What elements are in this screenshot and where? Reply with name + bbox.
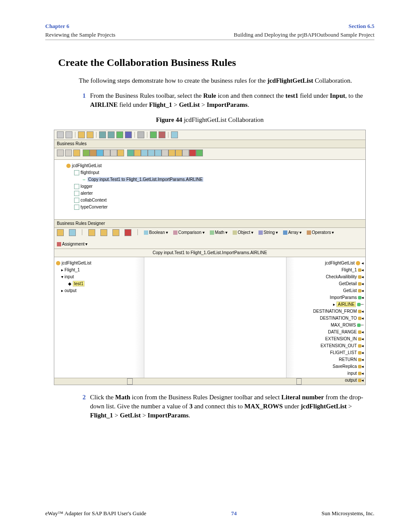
d-t2[interactable] [69, 229, 76, 236]
step-1: 1 From the Business Rules toolbar, selec… [76, 91, 369, 109]
d-t3[interactable] [88, 229, 95, 236]
r-t3[interactable] [73, 149, 80, 156]
rules-tree[interactable]: jcdFlightGetList flightInput ↔ Copy inpu… [54, 160, 365, 220]
assignment-menu[interactable]: Assignment ▾ [57, 241, 87, 247]
doc-icon [74, 191, 79, 196]
tool-icon[interactable] [99, 131, 106, 138]
step-number: 2 [76, 393, 86, 420]
source-tree[interactable]: jcdFlightGetList ▸ Flight_1 ▾ input ◆ te… [54, 257, 144, 378]
page-footer: eWay™ Adapter for SAP BAPI User's Guide … [45, 510, 374, 517]
mapping-title: Copy input.Test1 to Flight_1.GetList.Imp… [54, 249, 365, 257]
page-title: Create the Collaboration Business Rules [58, 56, 374, 70]
scroll-left-button[interactable] [127, 378, 133, 385]
stop-icon[interactable] [159, 131, 165, 138]
main-toolbar [54, 130, 365, 140]
r-t13[interactable] [148, 149, 155, 156]
r-t11[interactable] [134, 149, 141, 156]
r-t20[interactable] [196, 149, 203, 156]
back-icon[interactable] [57, 131, 64, 138]
scroll-right-button[interactable] [296, 378, 302, 385]
r-t10[interactable] [127, 149, 134, 156]
open-icon[interactable] [78, 131, 85, 138]
r-t15[interactable] [162, 149, 168, 156]
gear-icon [56, 261, 60, 265]
page-number: 74 [231, 510, 237, 517]
doc-icon[interactable] [87, 131, 93, 138]
intro-paragraph: The following steps demonstrate how to c… [79, 76, 363, 85]
r-t14[interactable] [155, 149, 162, 156]
target-tree[interactable]: jcdFlightGetList ◂ Flight_1 ◂ CheckAvail… [286, 257, 365, 378]
mapper-panel: jcdFlightGetList ▸ Flight_1 ▾ input ◆ te… [54, 257, 365, 378]
r-t1[interactable] [57, 149, 64, 156]
array-menu[interactable]: Array ▾ [283, 229, 302, 236]
d-t6[interactable] [125, 229, 131, 236]
header-rule [45, 40, 374, 40]
gear-icon [356, 261, 360, 265]
math-menu[interactable]: Math ▾ [210, 229, 227, 236]
chapter-link[interactable]: Chapter 6 [45, 22, 69, 30]
selected-target-field[interactable]: AIRLINE [336, 302, 356, 307]
check-icon[interactable] [150, 131, 157, 138]
r-t4[interactable] [83, 149, 90, 156]
mapping-canvas[interactable] [144, 257, 286, 378]
figure-screenshot: Business Rules jcdFlightGetList flightIn… [54, 130, 366, 385]
doc-icon [74, 205, 79, 210]
business-rules-title: Business Rules [54, 140, 365, 148]
save-icon[interactable] [125, 131, 132, 138]
copy-icon[interactable] [171, 131, 178, 138]
selected-rule[interactable]: Copy input.Test1 to Flight_1.GetList.Imp… [87, 177, 204, 182]
r-t9[interactable] [117, 149, 124, 156]
d-t5[interactable] [112, 229, 119, 236]
designer-toolbar: Boolean ▾ Comparison ▾ Math ▾ Object ▾ S… [54, 228, 365, 249]
r-t18[interactable] [182, 149, 189, 156]
footer-right: Sun Microsystems, Inc. [321, 510, 374, 517]
selected-source-field[interactable]: test1 [73, 281, 85, 286]
operators-menu[interactable]: Operators ▾ [307, 229, 334, 236]
string-menu[interactable]: String ▾ [258, 229, 278, 236]
step-number: 1 [76, 91, 86, 109]
d-t1[interactable] [57, 229, 64, 236]
rules-toolbar [54, 148, 365, 160]
chapter-subtitle: Reviewing the Sample Projects [45, 31, 115, 39]
object-menu[interactable]: Object ▾ [233, 229, 253, 236]
grid-icon[interactable] [137, 131, 144, 138]
r-t5[interactable] [90, 149, 97, 156]
gear-icon [66, 164, 71, 168]
comparison-menu[interactable]: Comparison ▾ [173, 229, 205, 236]
plus-icon[interactable] [116, 131, 123, 138]
horizontal-scrollbar[interactable] [54, 378, 365, 385]
designer-title: Business Rules Designer [54, 220, 365, 228]
r-t19[interactable] [189, 149, 196, 156]
arrow-icon: ↔ [82, 177, 86, 182]
doc-icon [74, 198, 79, 203]
r-t17[interactable] [175, 149, 182, 156]
doc-icon [74, 184, 79, 189]
section-subtitle: Building and Deploying the prjBAPIOutbou… [234, 31, 374, 39]
step-2: 2 Click the Math icon from the Business … [76, 393, 369, 420]
figure-caption: Figure 44 jcdFlightGetList Collaboration [45, 115, 374, 124]
r-t12[interactable] [141, 149, 148, 156]
boolean-menu[interactable]: Boolean ▾ [144, 229, 168, 236]
forward-icon[interactable] [65, 131, 72, 138]
r-t6[interactable] [97, 149, 103, 156]
r-t16[interactable] [168, 149, 175, 156]
tool2-icon[interactable] [108, 131, 115, 138]
section-link[interactable]: Section 6.5 [349, 22, 374, 30]
r-t8[interactable] [110, 149, 117, 156]
d-t4[interactable] [100, 229, 107, 236]
r-t7[interactable] [103, 149, 110, 156]
r-t2[interactable] [65, 149, 72, 156]
doc-icon [74, 170, 79, 175]
footer-left: eWay™ Adapter for SAP BAPI User's Guide [45, 510, 146, 517]
